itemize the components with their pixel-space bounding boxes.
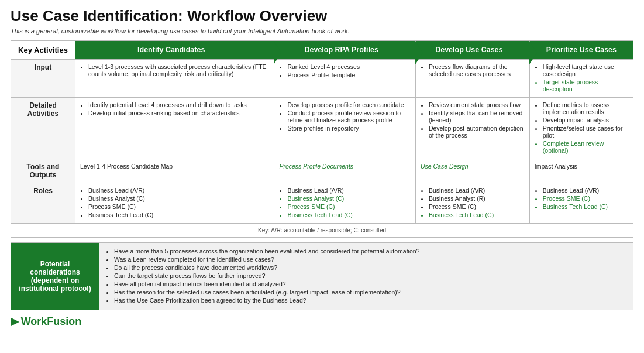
page-container: Use Case Identification: Workflow Overvi… xyxy=(0,0,644,334)
header-key-activities: Key Activities xyxy=(11,41,75,60)
logo-icon: ▶ xyxy=(11,316,19,327)
workflow-table: Key Activities Identify Candidates Devel… xyxy=(11,40,633,238)
list-item: Process Profile Template xyxy=(287,71,410,78)
list-item: Process flow diagrams of the selected us… xyxy=(429,63,525,77)
detailed-col3: Review current state process flow Identi… xyxy=(415,98,529,159)
list-item: Process SME (C) xyxy=(88,203,269,210)
list-item: Define metrics to assess implementation … xyxy=(543,101,628,115)
logo-text: WorkFusion xyxy=(21,316,82,327)
list-item: Has the Use Case Prioritization been agr… xyxy=(114,297,626,304)
tools-outputs-row: Tools and Outputs Level 1-4 Process Cand… xyxy=(11,159,633,183)
detailed-activities-label: Detailed Activities xyxy=(11,98,75,159)
header-col1: Identify Candidates xyxy=(75,41,274,60)
list-item: Business Lead (A/R) xyxy=(429,187,525,194)
list-item: Business Analyst (R) xyxy=(429,195,525,202)
list-item: Develop post-automation depiction of the… xyxy=(429,125,525,139)
roles-row: Roles Business Lead (A/R) Business Analy… xyxy=(11,183,633,224)
detailed-col1: Identify potential Level 4 processes and… xyxy=(75,98,274,159)
input-col1: Level 1-3 processes with associated proc… xyxy=(75,60,274,98)
key-note-row: Key: A/R: accountable / responsible; C: … xyxy=(11,224,633,238)
list-item: Ranked Level 4 processes xyxy=(287,63,410,70)
page-title: Use Case Identification: Workflow Overvi… xyxy=(11,7,633,25)
list-item: Business Tech Lead (C) xyxy=(287,211,410,218)
list-item: Has the reason for the selected use case… xyxy=(114,289,626,296)
list-item: Business Tech Lead (C) xyxy=(429,211,525,218)
input-col3: Process flow diagrams of the selected us… xyxy=(415,60,529,98)
list-item: Business Lead (A/R) xyxy=(88,187,269,194)
list-item: Process SME (C) xyxy=(429,203,525,210)
header-row: Key Activities Identify Candidates Devel… xyxy=(11,41,633,60)
input-row: Input Level 1-3 processes with associate… xyxy=(11,60,633,98)
roles-label: Roles xyxy=(11,183,75,224)
list-item: Business Lead (A/R) xyxy=(543,187,628,194)
list-item: Conduct process profile review session t… xyxy=(287,109,410,124)
roles-col2: Business Lead (A/R) Business Analyst (C)… xyxy=(274,183,415,224)
list-item: Business Analyst (C) xyxy=(287,195,410,202)
tools-col3: Use Case Design xyxy=(415,159,529,183)
list-item green-text: Complete Lean review (optional) xyxy=(543,140,628,154)
subtitle: This is a general, customizable workflow… xyxy=(11,28,633,35)
roles-col3: Business Lead (A/R) Business Analyst (R)… xyxy=(415,183,529,224)
detailed-activities-row: Detailed Activities Identify potential L… xyxy=(11,98,633,159)
list-item: Business Lead (A/R) xyxy=(287,187,410,194)
list-item: Can the target state process flows be fu… xyxy=(114,272,626,279)
list-item: Have a more than 5 processes across the … xyxy=(114,248,626,255)
footer: ▶ WorkFusion xyxy=(11,315,633,328)
list-item: Process SME (C) xyxy=(543,195,628,202)
list-item: Was a Lean review completed for the iden… xyxy=(114,256,626,263)
list-item: Identify steps that can be removed (lean… xyxy=(429,109,525,124)
list-item: Business Tech Lead (C) xyxy=(88,211,269,218)
tools-outputs-label: Tools and Outputs xyxy=(11,159,75,183)
considerations-content: Have a more than 5 processes across the … xyxy=(99,243,633,310)
list-item: Develop initial process ranking based on… xyxy=(88,109,269,116)
list-item: High-level target state use case design xyxy=(543,63,628,77)
list-item: Prioritize/select use cases for pilot xyxy=(543,125,628,139)
list-item: Business Tech Lead (C) xyxy=(543,203,628,210)
list-item: Identify potential Level 4 processes and… xyxy=(88,101,269,108)
workfusion-logo: ▶ WorkFusion xyxy=(11,315,81,328)
list-item: Level 1-3 processes with associated proc… xyxy=(88,63,269,77)
header-col2: Develop RPA Profiles xyxy=(274,41,415,60)
list-item: Store profiles in repository xyxy=(287,125,410,132)
list-item: Develop process profile for each candida… xyxy=(287,101,410,108)
list-item: Do all the process candidates have docum… xyxy=(114,264,626,271)
list-item: Process SME (C) xyxy=(287,203,410,210)
considerations-box: Potential considerations (dependent on i… xyxy=(11,242,633,310)
input-label: Input xyxy=(11,60,75,98)
detailed-col2: Develop process profile for each candida… xyxy=(274,98,415,159)
header-col3: Develop Use Cases xyxy=(415,41,529,60)
list-item: Review current state process flow xyxy=(429,101,525,108)
tools-col2: Process Profile Documents xyxy=(274,159,415,183)
list-item: Business Analyst (C) xyxy=(88,195,269,202)
detailed-col4: Define metrics to assess implementation … xyxy=(529,98,633,159)
considerations-label: Potential considerations (dependent on i… xyxy=(11,243,99,310)
header-col4: Prioritize Use Cases xyxy=(529,41,633,60)
tools-col1: Level 1-4 Process Candidate Map xyxy=(75,159,274,183)
list-item green-text: Target state process description xyxy=(543,78,628,92)
roles-col4: Business Lead (A/R) Process SME (C) Busi… xyxy=(529,183,633,224)
key-note: Key: A/R: accountable / responsible; C: … xyxy=(11,224,633,238)
list-item: Develop impact analysis xyxy=(543,116,628,124)
roles-col1: Business Lead (A/R) Business Analyst (C)… xyxy=(75,183,274,224)
input-col2: Ranked Level 4 processes Process Profile… xyxy=(274,60,415,98)
list-item: Have all potential impact metrics been i… xyxy=(114,280,626,287)
input-col4: High-level target state use case design … xyxy=(529,60,633,98)
tools-col4: Impact Analysis xyxy=(529,159,633,183)
